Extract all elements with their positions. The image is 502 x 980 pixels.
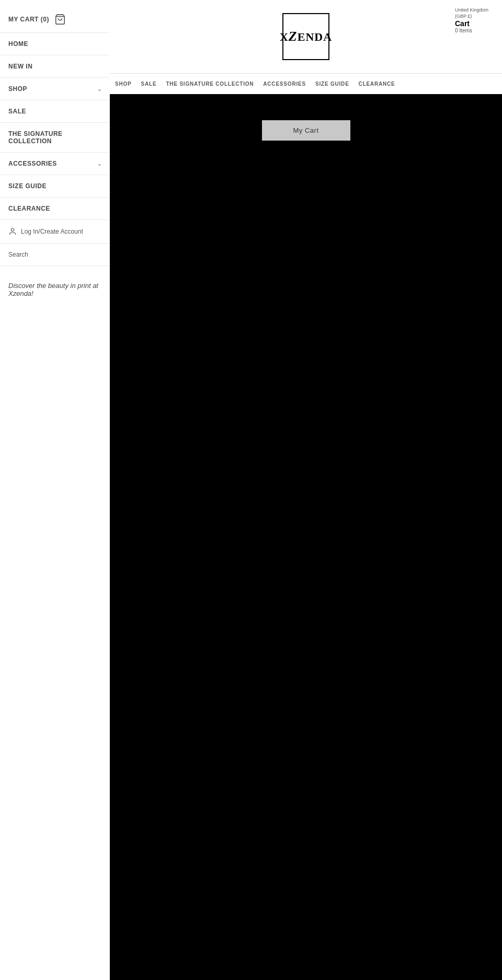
cart-popup-title: Cart <box>455 19 497 28</box>
sidebar-item-signature-label: THE SIGNATURE COLLECTION <box>8 130 101 145</box>
logo[interactable]: XZENDA <box>282 13 329 60</box>
sidebar-item-shop[interactable]: SHOP ⌄ <box>0 78 110 100</box>
my-cart-button[interactable]: My Cart <box>262 120 350 141</box>
sidebar-item-size-guide-label: SIZE GUIDE <box>8 182 47 190</box>
sidebar-item-clearance[interactable]: CLEARANCE <box>0 198 110 220</box>
site-header: XZENDA <box>110 0 502 73</box>
nav-bar: SHOP SALE THE SIGNATURE COLLECTION ACCES… <box>110 73 502 94</box>
chevron-down-icon-2: ⌄ <box>97 161 102 167</box>
sidebar-cart-row[interactable]: MY CART (0) <box>0 6 110 33</box>
user-icon <box>8 227 17 236</box>
svg-point-1 <box>11 228 14 231</box>
sidebar-search[interactable]: Search <box>0 244 110 266</box>
login-label: Log In/Create Account <box>21 228 83 235</box>
sidebar-tagline: Discover the beauty in print at Xzenda! <box>0 266 110 313</box>
sidebar: MY CART (0) HOME NEW IN SHOP ⌄ SALE THE … <box>0 0 110 980</box>
nav-item-signature[interactable]: THE SIGNATURE COLLECTION <box>166 81 254 87</box>
logo-z: Z <box>289 29 298 44</box>
sidebar-item-sale[interactable]: SALE <box>0 100 110 123</box>
my-cart-section: My Cart <box>110 105 502 141</box>
sidebar-item-size-guide[interactable]: SIZE GUIDE <box>0 175 110 198</box>
sidebar-item-new-in-label: NEW IN <box>8 63 32 70</box>
sidebar-item-signature[interactable]: THE SIGNATURE COLLECTION <box>0 123 110 153</box>
logo-text: XZENDA <box>280 29 332 44</box>
sidebar-item-home[interactable]: HOME <box>0 33 110 55</box>
sidebar-item-new-in[interactable]: NEW IN <box>0 55 110 78</box>
cart-icon <box>54 14 66 25</box>
nav-item-shop[interactable]: SHOP <box>115 81 132 87</box>
nav-item-clearance[interactable]: CLEARANCE <box>359 81 395 87</box>
sidebar-item-home-label: HOME <box>8 40 28 48</box>
search-label: Search <box>8 251 28 258</box>
sidebar-item-sale-label: SALE <box>8 108 26 115</box>
cart-popup: United Kingdom (GBP £) Cart 0 Items <box>450 4 502 37</box>
black-background <box>110 94 502 980</box>
sidebar-item-accessories-label: ACCESSORIES <box>8 160 57 167</box>
nav-item-sale[interactable]: SALE <box>141 81 157 87</box>
sidebar-item-accessories[interactable]: ACCESSORIES ⌄ <box>0 153 110 175</box>
tagline-text: Discover the beauty in print at Xzenda! <box>8 282 98 297</box>
cart-country: United Kingdom (GBP £) <box>455 7 497 19</box>
nav-item-accessories[interactable]: ACCESSORIES <box>263 81 306 87</box>
cart-popup-items: 0 Items <box>455 28 497 33</box>
sidebar-login[interactable]: Log In/Create Account <box>0 220 110 244</box>
sidebar-item-clearance-label: CLEARANCE <box>8 205 50 212</box>
nav-item-size-guide[interactable]: SIZE GUIDE <box>315 81 349 87</box>
chevron-down-icon: ⌄ <box>97 86 102 92</box>
sidebar-item-shop-label: SHOP <box>8 85 27 93</box>
sidebar-cart-label: MY CART (0) <box>8 16 49 23</box>
